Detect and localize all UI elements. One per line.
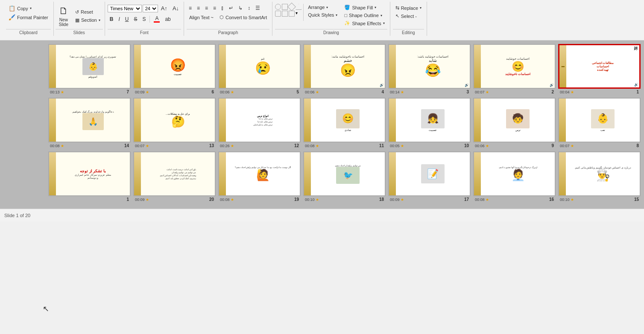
slide-item-19[interactable]: اگر دوست ما ناراحت بود ما چه کار می توان… bbox=[218, 151, 301, 203]
arrange-dropdown[interactable]: ▾ bbox=[326, 6, 328, 9]
shape5 bbox=[275, 11, 281, 17]
slide-box-13[interactable]: برای حل به مشکلات... 🤔 bbox=[133, 98, 216, 142]
slide18-img: 🐦 bbox=[336, 167, 360, 184]
justify-button[interactable]: ≡ bbox=[211, 4, 218, 12]
slide-box-9[interactable]: 🧒 ترس bbox=[473, 98, 556, 142]
slide-item-10[interactable]: 👧 عصبیت 10 00:05 ★ bbox=[388, 98, 471, 149]
strikethrough-button[interactable]: S bbox=[132, 15, 139, 23]
italic-button[interactable]: I bbox=[116, 15, 122, 23]
slide-meta-7: 7 00:13 ★ bbox=[48, 89, 131, 95]
slides-container: ▌ مطالعات اجتماعیاحساساتتهیه کننده ﷽ 🔊 1… bbox=[0, 41, 644, 209]
slide-box-1[interactable]: ▌ مطالعات اجتماعیاحساساتتهیه کننده ﷽ 🔊 bbox=[558, 44, 641, 89]
align-center-button[interactable]: ≡ bbox=[195, 4, 202, 12]
shape-effects-button[interactable]: ✨ Shape Effects ▾ bbox=[342, 20, 387, 27]
font-name-select[interactable]: Times New Roman bbox=[108, 5, 142, 12]
slide-box-20[interactable]: باور کنی امانت درست است امانتمی توانیم م… bbox=[133, 151, 216, 196]
quick-styles-dropdown[interactable]: ▾ bbox=[336, 13, 337, 17]
arrange-button[interactable]: Arrange ▾ bbox=[305, 4, 340, 11]
rtl-button[interactable]: ↵ bbox=[227, 4, 235, 12]
slide-item-21[interactable]: با تشکر از توجه معلم عزیزم: سرکار خانم ا… bbox=[48, 151, 131, 203]
line-spacing-button[interactable]: ↕ bbox=[246, 4, 252, 12]
slide-box-19[interactable]: اگر دوست ما ناراحت بود ما چه کار می توان… bbox=[218, 151, 301, 196]
slide-item-12[interactable]: انواع ترس ترس های به جا ترس های نابه جا … bbox=[218, 98, 301, 149]
slide-box-3[interactable]: احساسات خوشایند باشد: شاید 😂 🔊 bbox=[388, 44, 471, 89]
slide-box-16[interactable]: ازبزرگ ترخودکار بگیریم وبا آنها مشورت کن… bbox=[473, 151, 556, 196]
ltr-button[interactable]: ↳ bbox=[236, 4, 245, 12]
shape-fill-button[interactable]: 🪣 Shape Fill ▾ bbox=[342, 4, 387, 11]
slide-item-17[interactable]: 📝 17 00:09 ★ bbox=[388, 151, 471, 203]
font-size-select[interactable]: 24 bbox=[143, 5, 158, 12]
slide-box-12[interactable]: انواع ترس ترس های به جا ترس های نابه جا … bbox=[218, 98, 301, 142]
decrease-font-button[interactable]: A↓ bbox=[170, 4, 181, 13]
slide-content-12: انواع ترس ترس های به جا ترس های نابه جا … bbox=[226, 99, 300, 142]
slide-box-2[interactable]: احساسات خوشایند 😊 احساسات ناخوشایند 🔊 bbox=[473, 44, 556, 89]
replace-dropdown[interactable]: ▾ bbox=[420, 6, 422, 10]
column-button[interactable]: ⫿ bbox=[219, 4, 226, 12]
slide-item-14[interactable]: دعاگویم وازخداوند بزرگ کمک بخواهیم. 🙏 14… bbox=[48, 98, 131, 149]
slide-item-2[interactable]: احساسات خوشایند 😊 احساسات ناخوشایند 🔊 2 … bbox=[473, 44, 556, 95]
replace-label: Replace bbox=[401, 6, 418, 11]
slide-item-11[interactable]: 😊 شادی 11 00:08 ★ bbox=[303, 98, 386, 149]
slide-left-bar-1: ▌ bbox=[559, 45, 566, 87]
align-text-button[interactable]: Align Text ~ bbox=[187, 14, 216, 21]
bullets-button[interactable]: ☰ bbox=[253, 4, 262, 12]
slide-num-15: 15 bbox=[634, 197, 639, 202]
select-button[interactable]: ↖ Select - bbox=[393, 12, 424, 20]
slide-item-6[interactable]: 😡 عصبیت 6 00:09 ★ bbox=[133, 44, 216, 95]
slide-item-4[interactable]: احساسات ناخوشایند مانند: خشم 😠 🔊 4 00:06… bbox=[303, 44, 386, 95]
increase-font-button[interactable]: A↑ bbox=[159, 4, 170, 13]
shadow-button[interactable]: S bbox=[140, 15, 148, 23]
copy-dropdown-icon[interactable]: ▾ bbox=[30, 6, 32, 10]
shape-fill-dropdown[interactable]: ▾ bbox=[375, 6, 376, 9]
new-slide-button[interactable]: 🗋 NewSlide bbox=[56, 4, 72, 28]
highlight-button[interactable]: ab bbox=[163, 15, 173, 23]
slide-num-10: 10 bbox=[464, 143, 469, 148]
slide20-text: باور کنی امانت درست است امانتمی توانیم م… bbox=[160, 168, 196, 180]
slide-item-3[interactable]: احساسات خوشایند باشد: شاید 😂 🔊 3 00:14 ★ bbox=[388, 44, 471, 95]
slide-box-6[interactable]: 😡 عصبیت bbox=[133, 44, 216, 89]
format-painter-button[interactable]: 🖌️ Format Painter bbox=[6, 13, 51, 21]
convert-smartart-button[interactable]: ⬡ Convert to SmartArt bbox=[217, 14, 269, 21]
slide-item-20[interactable]: باور کنی امانت درست است امانتمی توانیم م… bbox=[133, 151, 216, 203]
slide-box-7[interactable]: تصویری زیر کدام احساس را نشان می دهد؟ 👶 … bbox=[48, 44, 131, 89]
shape-effects-dropdown[interactable]: ▾ bbox=[383, 21, 385, 25]
slide-meta-6: 6 00:09 ★ bbox=[133, 89, 216, 95]
align-left-button[interactable]: ≡ bbox=[187, 4, 194, 12]
font-color-button[interactable]: A bbox=[152, 14, 162, 24]
slide-box-5[interactable]: غم 😢 bbox=[218, 44, 301, 89]
slide-item-9[interactable]: 🧒 ترس 9 00:06 ★ bbox=[473, 98, 556, 149]
shape-outline-button[interactable]: □ Shape Outline ▾ bbox=[342, 12, 387, 19]
slide-star-3: ★ bbox=[401, 90, 404, 94]
slide-box-10[interactable]: 👧 عصبیت bbox=[388, 98, 471, 142]
bold-button[interactable]: B bbox=[108, 15, 116, 23]
more-shapes[interactable]: ▾ bbox=[296, 11, 298, 17]
emoji-chef: 👨‍🍳 bbox=[596, 169, 610, 182]
slide-item-7[interactable]: تصویری زیر کدام احساس را نشان می دهد؟ 👶 … bbox=[48, 44, 131, 95]
quick-styles-button[interactable]: Quick Styles ▾ bbox=[305, 12, 340, 18]
slide-item-16[interactable]: ازبزرگ ترخودکار بگیریم وبا آنها مشورت کن… bbox=[473, 151, 556, 203]
section-button[interactable]: ▦ Section ▾ bbox=[73, 17, 103, 24]
slide-box-11[interactable]: 😊 شادی bbox=[303, 98, 386, 142]
underline-button[interactable]: U bbox=[123, 15, 131, 23]
slide-box-15[interactable]: درباره ی احساس خودمان بگوییم وباطش مانی … bbox=[558, 151, 641, 196]
section-dropdown-icon[interactable]: ▾ bbox=[99, 18, 100, 22]
slide-box-17[interactable]: 📝 bbox=[388, 151, 471, 196]
copy-button[interactable]: 📋 Copy ▾ bbox=[6, 4, 51, 12]
replace-button[interactable]: ⇆ Replace ▾ bbox=[393, 4, 424, 12]
align-right-button[interactable]: ≡ bbox=[203, 4, 210, 12]
slide-item-13[interactable]: برای حل به مشکلات... 🤔 13 00:07 ★ bbox=[133, 98, 216, 149]
slide-item-5[interactable]: غم 😢 5 00:06 ★ bbox=[218, 44, 301, 95]
shape-outline-dropdown[interactable]: ▾ bbox=[381, 14, 382, 17]
slide-box-8[interactable]: 👶 تعب bbox=[558, 98, 641, 142]
slide-box-4[interactable]: احساسات ناخوشایند مانند: خشم 😠 🔊 bbox=[303, 44, 386, 89]
slide-box-21[interactable]: با تشکر از توجه معلم عزیزم: سرکار خانم ا… bbox=[48, 151, 131, 196]
slide-box-18[interactable]: می توانیم برایشان احداد دهیم. 🐦 bbox=[303, 151, 386, 196]
paragraph-group-label: Paragraph bbox=[187, 29, 269, 35]
slide-item-8[interactable]: 👶 تعب 8 00:07 ★ bbox=[558, 98, 641, 149]
slide-item-1[interactable]: ▌ مطالعات اجتماعیاحساساتتهیه کننده ﷽ 🔊 1… bbox=[558, 44, 641, 95]
slide-box-14[interactable]: دعاگویم وازخداوند بزرگ کمک بخواهیم. 🙏 bbox=[48, 98, 131, 142]
slide-item-18[interactable]: می توانیم برایشان احداد دهیم. 🐦 18 00:10… bbox=[303, 151, 386, 203]
slide-item-15[interactable]: درباره ی احساس خودمان بگوییم وباطش مانی … bbox=[558, 151, 641, 203]
reset-button[interactable]: ↺ Reset bbox=[73, 9, 103, 16]
format-painter-icon: 🖌️ bbox=[9, 14, 15, 20]
